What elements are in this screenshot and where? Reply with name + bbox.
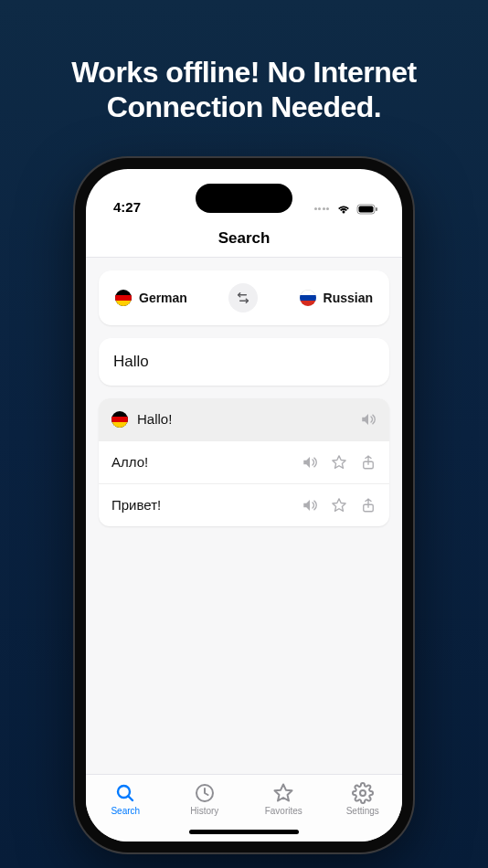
speaker-icon[interactable] [302, 454, 318, 471]
svg-rect-2 [376, 207, 377, 211]
source-term-row: Hallo! [99, 398, 389, 440]
tab-settings[interactable]: Settings [324, 782, 403, 816]
status-time: 4:27 [113, 199, 141, 215]
search-icon [114, 782, 136, 804]
star-icon[interactable] [331, 454, 347, 471]
results-list: Hallo! Алло! Привет! [99, 398, 389, 526]
star-icon [272, 782, 294, 804]
promo-headline: Works offline! No Internet Connection Ne… [0, 55, 488, 125]
translation-row[interactable]: Алло! [99, 440, 389, 483]
translation-text: Привет! [111, 497, 292, 513]
tab-label: Settings [346, 806, 379, 816]
target-language-label: Russian [324, 291, 373, 305]
star-icon[interactable] [331, 497, 347, 513]
germany-flag-icon [115, 290, 132, 306]
svg-point-7 [360, 790, 366, 796]
home-indicator [189, 830, 299, 834]
source-language-label: German [139, 291, 187, 305]
search-input[interactable]: Hallo [99, 338, 389, 386]
status-indicators [314, 204, 379, 215]
source-term-text: Hallo! [137, 411, 351, 427]
swap-icon [236, 291, 250, 305]
germany-flag-icon [111, 411, 128, 428]
tab-favorites[interactable]: Favorites [244, 782, 324, 816]
gear-icon [352, 782, 374, 804]
speaker-icon[interactable] [302, 497, 318, 513]
page-title: Search [86, 217, 402, 258]
dynamic-island [196, 184, 292, 213]
translation-text: Алло! [111, 454, 292, 470]
phone-frame: 4:27 Search [75, 158, 413, 852]
share-icon[interactable] [360, 454, 377, 471]
speaker-icon[interactable] [360, 411, 377, 428]
cellular-icon [314, 207, 330, 210]
svg-rect-1 [359, 206, 374, 212]
language-picker: German Russian [99, 270, 389, 325]
swap-languages-button[interactable] [228, 283, 258, 312]
content-area: German Russian Hallo [86, 258, 402, 774]
wifi-icon [336, 204, 351, 215]
source-language-button[interactable]: German [115, 290, 187, 306]
tab-label: Favorites [265, 806, 302, 816]
target-language-button[interactable]: Russian [300, 290, 373, 306]
tab-label: Search [111, 806, 140, 816]
battery-icon [356, 204, 378, 215]
screen: 4:27 Search [86, 169, 402, 842]
history-icon [194, 782, 216, 804]
tab-search[interactable]: Search [86, 782, 165, 816]
translation-row[interactable]: Привет! [99, 483, 389, 526]
tab-history[interactable]: History [165, 782, 245, 816]
share-icon[interactable] [360, 497, 377, 513]
tab-label: History [190, 806, 218, 816]
russia-flag-icon [300, 290, 316, 306]
